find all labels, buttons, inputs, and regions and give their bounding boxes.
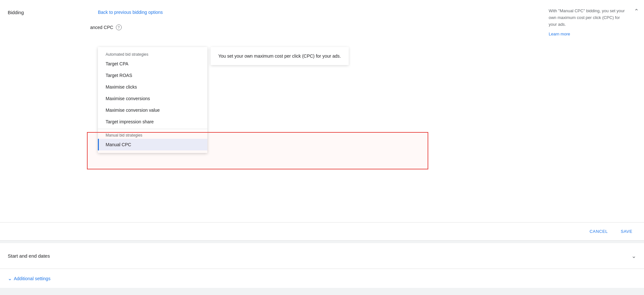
dates-section[interactable]: Start and end dates ⌄ xyxy=(0,243,644,269)
dropdown-item-target-roas[interactable]: Target ROAS xyxy=(98,70,207,81)
dropdown-item-target-impression-share[interactable]: Target impression share xyxy=(98,116,207,128)
cancel-button[interactable]: CANCEL xyxy=(586,226,612,236)
dropdown-item-maximise-clicks[interactable]: Maximise clicks xyxy=(98,81,207,93)
dropdown-item-maximise-conversion-value[interactable]: Maximise conversion value xyxy=(98,104,207,116)
manual-cpc-tooltip: You set your own maximum cost per click … xyxy=(211,47,349,65)
collapse-icon[interactable]: ⌃ xyxy=(634,8,639,15)
bidding-left-spacer xyxy=(8,35,98,203)
dropdown-item-maximise-conversions[interactable]: Maximise conversions xyxy=(98,93,207,104)
additional-section: ⌄ Additional settings xyxy=(0,269,644,288)
additional-settings-toggle[interactable]: ⌄ Additional settings xyxy=(8,275,636,281)
bidding-dropdown-menu: Automated bid strategies Target CPA Targ… xyxy=(98,47,207,153)
additional-chevron-icon: ⌄ xyxy=(8,275,12,281)
bidding-label: Bidding xyxy=(8,8,98,15)
dropdown-item-manual-cpc[interactable]: Manual CPC xyxy=(98,139,207,150)
page-container: Bidding Back to previous bidding options… xyxy=(0,0,644,295)
bidding-header: Bidding Back to previous bidding options… xyxy=(0,0,644,19)
bidding-section: Bidding Back to previous bidding options… xyxy=(0,0,644,241)
help-icon[interactable]: ? xyxy=(116,24,122,30)
advanced-cpc-text: anced CPC xyxy=(90,25,113,30)
action-bar: CANCEL SAVE xyxy=(0,222,644,240)
dates-expand-icon[interactable]: ⌄ xyxy=(631,252,636,260)
dates-label: Start and end dates xyxy=(8,253,98,259)
back-to-previous-link[interactable]: Back to previous bidding options xyxy=(98,8,163,15)
manual-cpc-tooltip-text: You set your own maximum cost per click … xyxy=(218,53,341,59)
bidding-dropdown-area: Automated bid strategies Target CPA Targ… xyxy=(0,35,644,203)
additional-label-text: Additional settings xyxy=(14,276,51,281)
manual-section-label: Manual bid strategies xyxy=(98,130,207,139)
save-button[interactable]: SAVE xyxy=(617,226,636,236)
dropdown-item-target-cpa[interactable]: Target CPA xyxy=(98,58,207,70)
info-text: With "Manual CPC" bidding, you set your … xyxy=(549,8,629,28)
bidding-middle: Automated bid strategies Target CPA Targ… xyxy=(98,35,636,203)
automated-section-label: Automated bid strategies xyxy=(98,50,207,58)
dropdown-divider xyxy=(98,129,207,129)
